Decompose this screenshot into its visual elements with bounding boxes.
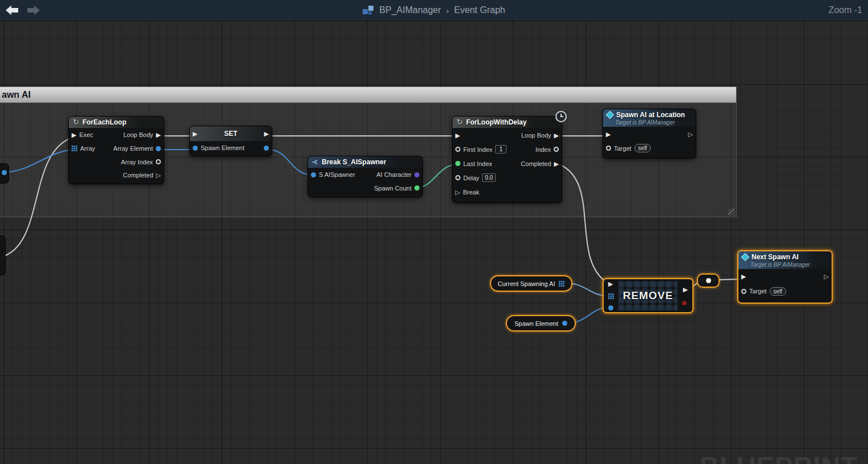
object-pin-icon (741, 289, 746, 294)
latent-clock-icon (555, 111, 567, 122)
item-in-pin[interactable] (608, 305, 613, 310)
exec-out-pin[interactable] (824, 269, 829, 284)
last-index-pin[interactable]: Last Index (455, 156, 492, 171)
array-in-pin[interactable]: Array (72, 142, 95, 155)
class-pin-icon (414, 172, 420, 177)
object-pin-icon (562, 321, 567, 326)
delay-input[interactable]: 0.0 (482, 173, 496, 182)
node-spawn-ai-at-location[interactable]: Spawn AI at Location Target is BP AIMana… (603, 109, 696, 159)
node-header: ↻ ForLoopWithDelay (452, 117, 562, 128)
back-arrow-icon[interactable] (6, 6, 18, 15)
node-title: Break S_AISpawner (322, 158, 386, 166)
target-pin[interactable]: Targetself (741, 284, 786, 299)
object-pin-icon (606, 146, 611, 151)
variable-label: Spawn Element (514, 320, 558, 327)
node-title: REMOVE (604, 279, 692, 312)
bool-out-pin[interactable] (682, 301, 687, 305)
pin-label: Spawn Count (374, 185, 412, 192)
array-index-pin[interactable]: Array Index (121, 155, 161, 168)
pin-label: Delay (463, 175, 479, 181)
pin-label: Loop Body (521, 132, 551, 139)
breadcrumb-chevron-icon: › (446, 6, 449, 15)
node-header: ↻ ForEachLoop (69, 117, 164, 128)
exec-in-pin[interactable] (606, 127, 610, 141)
pin-label: Last Index (463, 160, 492, 167)
node-title: SET (224, 130, 237, 138)
array-in-pin[interactable] (608, 293, 614, 299)
index-pin[interactable]: Index (535, 142, 559, 156)
spawn-count-pin[interactable]: Spawn Count (374, 181, 420, 194)
node-array-remove[interactable]: REMOVE (603, 278, 693, 313)
node-title: Next Spawn AI (751, 253, 799, 261)
node-title: Spawn AI at Location (616, 111, 685, 119)
var-get-current-spawning-ai[interactable]: Current Spawning AI (490, 275, 572, 292)
exec-out-pin[interactable] (264, 126, 269, 141)
exec-out-pin[interactable] (688, 127, 693, 141)
array-element-pin[interactable]: Array Element (113, 142, 161, 155)
exec-icon (264, 130, 269, 137)
wire-current-to-remove[interactable] (567, 283, 607, 296)
exec-icon (455, 189, 460, 196)
pin-label: Completed (521, 160, 551, 167)
top-toolbar: BP_AIManager › Event Graph Zoom -1 (0, 0, 868, 20)
node-header: Spawn AI at Location Target is BP AIMana… (603, 109, 696, 127)
break-pin[interactable]: Break (455, 185, 479, 199)
exec-out-pin[interactable] (683, 286, 688, 293)
offscreen-node-stub-2[interactable] (0, 235, 6, 275)
node-foreachloop[interactable]: ↻ ForEachLoop Exec Loop Body Array Array… (68, 116, 164, 184)
comment-title[interactable]: awn AI (0, 87, 736, 103)
node-set-spawn-element[interactable]: SET Spawn Element (189, 126, 272, 156)
node-break-s-aispawner[interactable]: Break S_AISpawner S AISpawner AI Charact… (308, 156, 423, 197)
wire-layer (0, 0, 868, 464)
target-pin[interactable]: Targetself (606, 141, 651, 155)
loop-body-pin[interactable]: Loop Body (521, 128, 559, 142)
break-struct-icon (312, 159, 318, 165)
loop-macro-icon: ↻ (73, 119, 79, 125)
exec-in-pin[interactable] (741, 269, 746, 284)
exec-in-pin[interactable] (193, 126, 197, 141)
zoom-indicator: Zoom -1 (828, 0, 862, 20)
forward-arrow-icon[interactable] (27, 6, 40, 15)
completed-pin[interactable]: Completed (123, 168, 161, 181)
exec-icon (824, 273, 829, 280)
var-get-spawn-element[interactable]: Spawn Element (506, 315, 576, 332)
loop-body-pin[interactable]: Loop Body (123, 128, 161, 142)
ai-character-pin[interactable]: AI Character (376, 168, 420, 181)
value-out-pin[interactable] (264, 141, 269, 155)
pin-label: First Index (463, 146, 492, 153)
delay-pin[interactable]: Delay0.0 (455, 171, 496, 185)
target-value[interactable]: self (634, 144, 651, 152)
reroute-pin[interactable] (706, 278, 711, 283)
pin-label: AI Character (376, 171, 412, 178)
first-index-pin[interactable]: First Index1 (455, 142, 506, 156)
value-in-pin[interactable]: Spawn Element (193, 141, 244, 155)
first-index-input[interactable]: 1 (495, 145, 506, 154)
comment-resize-handle[interactable] (728, 209, 735, 216)
pin-label: Exec (79, 131, 93, 138)
exec-in-pin[interactable]: Exec (72, 128, 93, 142)
target-value[interactable]: self (770, 287, 787, 296)
object-pin-icon (264, 146, 269, 151)
int-pin-icon (414, 185, 420, 190)
offscreen-node-stub[interactable] (0, 163, 9, 184)
exec-in-pin[interactable] (455, 128, 460, 142)
blueprint-graph-editor[interactable]: awn AI ↻ ForEachLoop Exec Loop Body (0, 0, 868, 464)
completed-pin[interactable]: Completed (521, 156, 559, 171)
node-next-spawn-ai[interactable]: Next Spawn AI Target is BP AIManager Tar… (737, 250, 833, 304)
node-forloopwithdelay[interactable]: ↻ ForLoopWithDelay Loop Body First Index… (452, 116, 562, 203)
pin-label: Break (463, 189, 479, 196)
graph-name[interactable]: Event Graph (454, 5, 505, 15)
object-pin[interactable] (2, 170, 7, 175)
object-pin-icon (156, 146, 161, 151)
node-subtitle: Target is BP AIManager (750, 262, 827, 268)
function-icon (741, 253, 749, 261)
array-grid-icon (559, 281, 564, 287)
exec-icon (554, 160, 559, 167)
node-title: ForEachLoop (82, 118, 126, 126)
asset-name[interactable]: BP_AIManager (379, 5, 441, 15)
reroute-node[interactable] (697, 274, 720, 288)
pin-label: Array (80, 145, 95, 152)
int-pin-icon (455, 147, 460, 152)
struct-in-pin[interactable]: S AISpawner (311, 168, 355, 181)
exec-in-pin[interactable] (608, 280, 613, 287)
